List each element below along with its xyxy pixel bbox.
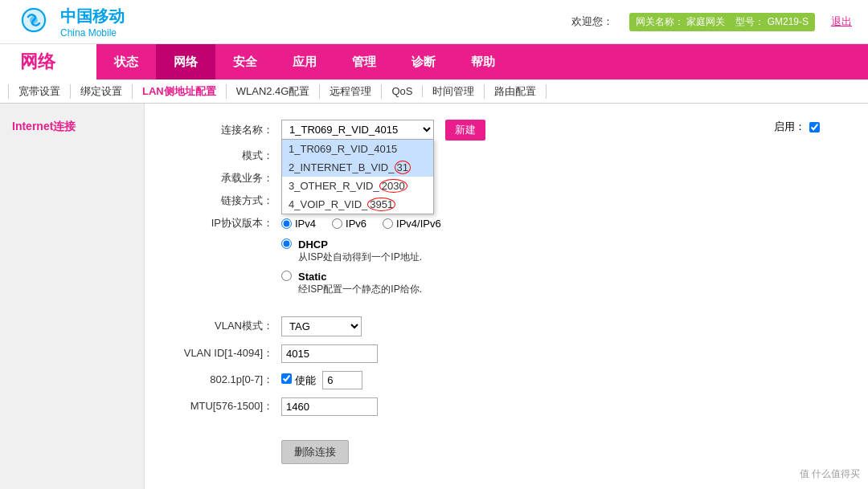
sidebar-item-internet[interactable]: Internet连接 <box>12 120 132 134</box>
vlan-id-label: VLAN ID[1-4094]： <box>169 346 281 361</box>
connection-dropdown-container: 1_TR069_R_VID_4015 1_TR069_R_VID_4015 2_… <box>281 120 434 140</box>
vlan-id-row: VLAN ID[1-4094]： <box>169 344 844 363</box>
link-mode-label: 链接方式： <box>169 194 281 208</box>
ipv4-radio-label[interactable]: IPv4 <box>281 218 316 230</box>
main-content: 启用： 连接名称： 1_TR069_R_VID_4015 1_TR069_R_V… <box>145 104 868 489</box>
section-title: 网络 <box>0 44 96 79</box>
dhcp-static-row: DHCP 从ISP处自动得到一个IP地址. Static 经ISP配置一个静态的… <box>169 238 844 304</box>
dropdown-option-3[interactable]: 3_OTHER_R_VID_2030 <box>282 177 433 195</box>
header: 中国移动 China Mobile 欢迎您： 网关名称： 家庭网关 型号： GM… <box>0 0 868 44</box>
nav-item-status[interactable]: 状态 <box>96 44 156 79</box>
nav-item-manage[interactable]: 管理 <box>334 44 394 79</box>
dhcp-desc: 从ISP处自动得到一个IP地址. <box>298 251 422 263</box>
dhcp-static-options: DHCP 从ISP处自动得到一个IP地址. Static 经ISP配置一个静态的… <box>281 238 844 304</box>
ip-version-label: IP协议版本： <box>169 216 281 230</box>
dropdown-option-2[interactable]: 2_INTERNET_B_VID_31 <box>282 158 433 177</box>
ipv6-radio[interactable] <box>332 218 342 229</box>
connection-name-label: 连接名称： <box>169 123 281 137</box>
logo-cn: 中国移动 <box>60 6 125 27</box>
sidebar: Internet连接 <box>0 104 145 489</box>
ipv4v6-radio-label[interactable]: IPv4/IPv6 <box>383 218 441 230</box>
vlan-mode-row: VLAN模式： TAG <box>169 316 844 336</box>
new-button[interactable]: 新建 <box>445 120 485 141</box>
vlan-mode-value: TAG <box>281 316 844 336</box>
ipv6-radio-label[interactable]: IPv6 <box>332 218 366 230</box>
delete-row: 删除连接 <box>169 428 844 464</box>
subnav-qos[interactable]: QoS <box>382 85 423 97</box>
nav-item-security[interactable]: 安全 <box>215 44 275 79</box>
ipv4-radio[interactable] <box>281 218 292 229</box>
static-label: Static <box>298 271 326 283</box>
dot1p-value-input[interactable] <box>322 371 362 389</box>
vlan-mode-select[interactable]: TAG <box>281 316 362 336</box>
connection-name-value: 1_TR069_R_VID_4015 1_TR069_R_VID_4015 2_… <box>281 120 844 141</box>
nav-item-app[interactable]: 应用 <box>275 44 334 79</box>
mtu-row: MTU[576-1500]： <box>169 397 844 416</box>
dot1p-row: 802.1p[0-7]： 使能 <box>169 371 844 389</box>
service-row: 承载业务： <box>169 171 844 185</box>
dot1p-enable-checkbox[interactable] <box>281 373 292 384</box>
dropdown-option-4[interactable]: 4_VOIP_R_VID_3951 <box>282 195 433 214</box>
dot1p-value: 使能 <box>281 371 844 389</box>
subnav-remote[interactable]: 远程管理 <box>320 84 382 99</box>
vlan-mode-label: VLAN模式： <box>169 319 281 333</box>
delete-button[interactable]: 删除连接 <box>281 440 349 464</box>
mode-radio-group: DHCP 从ISP处自动得到一个IP地址. Static 经ISP配置一个静态的… <box>281 238 844 296</box>
service-label: 承载业务： <box>169 171 281 185</box>
mtu-input[interactable] <box>281 397 378 416</box>
subnav-wlan[interactable]: WLAN2.4G配置 <box>227 84 321 99</box>
dhcp-radio[interactable] <box>281 238 292 249</box>
vlan-id-input[interactable] <box>281 344 378 363</box>
subnav-route[interactable]: 路由配置 <box>485 84 547 99</box>
mtu-value <box>281 397 844 416</box>
dot1p-enable-label: 使能 <box>295 374 316 386</box>
dhcp-label: DHCP <box>298 238 328 251</box>
welcome-text: 欢迎您： <box>571 14 613 29</box>
logo-en: China Mobile <box>60 27 125 39</box>
ip-version-options: IPv4 IPv6 IPv4/IPv6 <box>281 218 844 230</box>
enable-label: 启用： <box>774 120 805 134</box>
dhcp-radio-item: DHCP 从ISP处自动得到一个IP地址. <box>281 238 844 264</box>
sub-nav: 宽带设置 绑定设置 LAN侧地址配置 WLAN2.4G配置 远程管理 QoS 时… <box>0 79 868 104</box>
connection-name-select[interactable]: 1_TR069_R_VID_4015 <box>281 120 434 140</box>
watermark: 值 什么值得买 <box>800 467 860 481</box>
nav-item-help[interactable]: 帮助 <box>453 44 513 79</box>
logo-icon <box>16 6 52 38</box>
enable-checkbox[interactable] <box>809 122 820 132</box>
subnav-broadband[interactable]: 宽带设置 <box>8 84 71 99</box>
mode-label: 模式： <box>169 149 281 163</box>
dot1p-label: 802.1p[0-7]： <box>169 373 281 387</box>
header-right: 欢迎您： 网关名称： 家庭网关 型号： GM219-S 退出 <box>571 13 852 31</box>
link-mode-row: 链接方式： <box>169 194 844 208</box>
logout-link[interactable]: 退出 <box>831 14 852 29</box>
dropdown-list: 1_TR069_R_VID_4015 2_INTERNET_B_VID_31 3… <box>281 139 434 214</box>
nav-items: 状态 网络 安全 应用 管理 诊断 帮助 <box>96 44 868 79</box>
ipv4v6-radio[interactable] <box>383 218 393 229</box>
logo-area: 中国移动 China Mobile <box>16 6 125 39</box>
content-wrapper: Internet连接 启用： 连接名称： 1_TR069_R_VID_4015 … <box>0 104 868 489</box>
static-radio-item: Static 经ISP配置一个静态的IP给你. <box>281 271 844 296</box>
nav-item-network[interactable]: 网络 <box>156 44 215 79</box>
logo-text: 中国移动 China Mobile <box>60 6 125 39</box>
dropdown-option-1[interactable]: 1_TR069_R_VID_4015 <box>282 140 433 158</box>
enable-row: 启用： <box>774 120 820 134</box>
mode-row: 模式： <box>169 149 844 163</box>
static-desc: 经ISP配置一个静态的IP给你. <box>298 283 422 295</box>
ip-version-row: IP协议版本： IPv4 IPv6 IPv4/IPv6 <box>169 216 844 230</box>
svg-point-1 <box>30 16 38 24</box>
connection-name-row: 连接名称： 1_TR069_R_VID_4015 1_TR069_R_VID_4… <box>169 120 844 141</box>
subnav-bind[interactable]: 绑定设置 <box>71 84 133 99</box>
subnav-lan[interactable]: LAN侧地址配置 <box>133 84 227 99</box>
vlan-id-value <box>281 344 844 363</box>
subnav-time[interactable]: 时间管理 <box>423 84 485 99</box>
mtu-label: MTU[576-1500]： <box>169 399 281 414</box>
gateway-info: 网关名称： 家庭网关 型号： GM219-S <box>629 13 815 31</box>
nav-item-diagnose[interactable]: 诊断 <box>394 44 453 79</box>
static-radio[interactable] <box>281 271 292 281</box>
main-nav: 网络 状态 网络 安全 应用 管理 诊断 帮助 <box>0 44 868 79</box>
